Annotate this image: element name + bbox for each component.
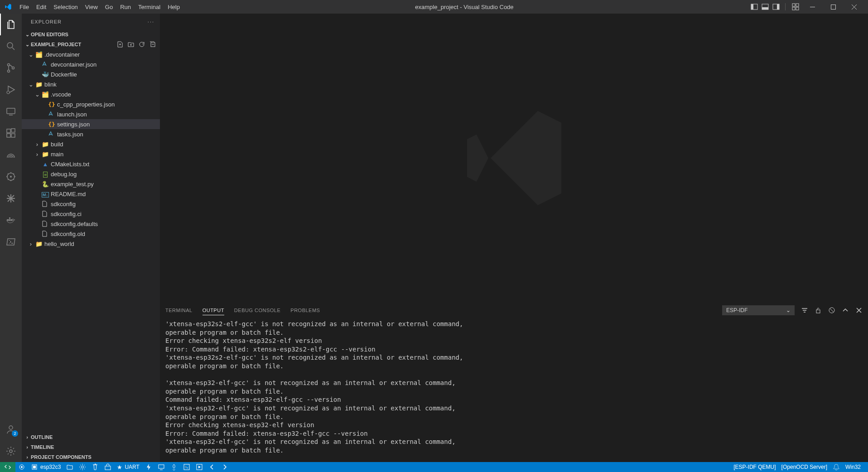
- menu-selection[interactable]: Selection: [50, 4, 81, 10]
- section-timeline[interactable]: ›TIMELINE: [22, 442, 160, 452]
- tree-item-build[interactable]: ›📁build: [22, 139, 160, 149]
- toggle-primary-sidebar-icon[interactable]: [751, 3, 758, 10]
- status-espressif-target[interactable]: [15, 462, 28, 472]
- activity-espressif-asterisk[interactable]: [0, 188, 22, 209]
- activity-explorer[interactable]: [0, 14, 22, 35]
- activity-docker[interactable]: [0, 209, 22, 231]
- tree-item--vscode[interactable]: ⌄🗂️.vscode: [22, 89, 160, 99]
- collapse-all-icon[interactable]: [149, 41, 156, 48]
- panel-maximize-icon[interactable]: [842, 307, 849, 314]
- twistie-icon: ⌄: [27, 81, 34, 88]
- status-clean-icon[interactable]: [89, 462, 101, 472]
- file-icon: [47, 111, 56, 118]
- file-tree[interactable]: ⌄🗂️.devcontainerdevcontainer.json🐳Docker…: [22, 49, 160, 432]
- menu-edit[interactable]: Edit: [33, 4, 50, 10]
- customize-layout-icon[interactable]: [789, 3, 802, 10]
- tree-item--devcontainer[interactable]: ⌄🗂️.devcontainer: [22, 49, 160, 59]
- status-espressif-project[interactable]: [63, 462, 76, 472]
- activity-run-debug[interactable]: [0, 79, 22, 101]
- status-flash-icon[interactable]: [142, 462, 155, 472]
- status-execute-icon[interactable]: [193, 462, 206, 472]
- activity-accounts[interactable]: 2: [0, 419, 22, 440]
- tree-item-label: launch.json: [56, 111, 87, 118]
- remote-indicator[interactable]: [0, 462, 15, 472]
- tree-item-settings-json[interactable]: {}settings.json: [22, 119, 160, 129]
- activity-espressif-idf[interactable]: [0, 166, 22, 188]
- tree-item-label: blink: [43, 81, 57, 88]
- tree-item-dockerfile[interactable]: 🐳Dockerfile: [22, 69, 160, 79]
- activity-espressif-rainmaker[interactable]: [0, 144, 22, 166]
- maximize-button[interactable]: [823, 0, 844, 14]
- status-qemu[interactable]: [ESP-IDF QEMU]: [731, 462, 778, 472]
- status-sdkconfig-icon[interactable]: [76, 462, 89, 472]
- tree-item-sdkconfig-old[interactable]: sdkconfig.old: [22, 229, 160, 239]
- toggle-secondary-sidebar-icon[interactable]: [772, 3, 780, 10]
- status-back-icon[interactable]: [206, 462, 218, 472]
- status-monitor-icon[interactable]: [155, 462, 168, 472]
- tree-item-tasks-json[interactable]: tasks.json: [22, 129, 160, 139]
- panel-tab-terminal[interactable]: TERMINAL: [165, 306, 193, 315]
- tree-item-sdkconfig-defaults[interactable]: sdkconfig.defaults: [22, 219, 160, 229]
- status-platform[interactable]: Win32: [843, 462, 863, 472]
- file-icon: [41, 200, 50, 207]
- menu-view[interactable]: View: [82, 4, 101, 10]
- tree-item-sdkconfig-ci[interactable]: sdkconfig.ci: [22, 209, 160, 219]
- menu-file[interactable]: File: [16, 4, 33, 10]
- activity-source-control[interactable]: [0, 57, 22, 79]
- menu-run[interactable]: Run: [116, 4, 135, 10]
- activity-remote-explorer[interactable]: [0, 101, 22, 122]
- output-filter-icon[interactable]: [801, 307, 808, 314]
- output-content[interactable]: 'xtensa-esp32s2-elf-gcc' is not recogniz…: [160, 318, 868, 462]
- status-flash-method[interactable]: ★UART: [114, 462, 142, 472]
- status-espressif-device[interactable]: esp32c3: [28, 462, 63, 472]
- toggle-panel-icon[interactable]: [762, 3, 769, 10]
- refresh-icon[interactable]: [138, 41, 145, 48]
- panel-tab-output[interactable]: OUTPUT: [203, 306, 224, 315]
- file-icon: {}: [47, 121, 56, 128]
- tree-item-devcontainer-json[interactable]: devcontainer.json: [22, 59, 160, 69]
- close-button[interactable]: [844, 0, 864, 14]
- section-open-editors[interactable]: ⌄OPEN EDITORS: [22, 29, 160, 39]
- status-forward-icon[interactable]: [218, 462, 231, 472]
- minimize-button[interactable]: [802, 0, 823, 14]
- activity-powershell[interactable]: [0, 231, 22, 253]
- tree-item-c-cpp-properties-json[interactable]: {}c_cpp_properties.json: [22, 99, 160, 109]
- tree-item-main[interactable]: ›📁main: [22, 149, 160, 159]
- tree-item-hello-world[interactable]: ›📁hello_world: [22, 239, 160, 249]
- tree-item-blink[interactable]: ⌄📁blink: [22, 79, 160, 89]
- section-project-components[interactable]: ›PROJECT COMPONENTS: [22, 452, 160, 462]
- status-build-flash-monitor-icon[interactable]: [168, 462, 180, 472]
- menu-terminal[interactable]: Terminal: [135, 4, 164, 10]
- menubar: File Edit Selection View Go Run Terminal…: [16, 4, 183, 10]
- panel-close-icon[interactable]: [855, 307, 863, 314]
- section-outline[interactable]: ›OUTLINE: [22, 432, 160, 442]
- menu-go[interactable]: Go: [101, 4, 116, 10]
- status-openocd[interactable]: [OpenOCD Server]: [779, 462, 830, 472]
- file-icon: {}: [47, 101, 56, 108]
- chevron-down-icon: ⌄: [786, 307, 791, 313]
- new-folder-icon[interactable]: [127, 41, 135, 48]
- output-lock-icon[interactable]: [815, 307, 822, 314]
- twistie-icon: ⌄: [27, 51, 34, 58]
- tree-item-cmakelists-txt[interactable]: ▲CMakeLists.txt: [22, 159, 160, 169]
- tree-item-sdkconfig[interactable]: sdkconfig: [22, 199, 160, 209]
- status-notifications-icon[interactable]: [830, 462, 843, 472]
- tree-item-example-test-py[interactable]: 🐍example_test.py: [22, 179, 160, 189]
- tree-item-debug-log[interactable]: ≡debug.log: [22, 169, 160, 179]
- status-build-icon[interactable]: [101, 462, 114, 472]
- panel-tab-problems[interactable]: PROBLEMS: [290, 306, 320, 315]
- menu-help[interactable]: Help: [164, 4, 183, 10]
- file-icon: [47, 130, 56, 138]
- activity-settings[interactable]: [0, 440, 22, 462]
- activity-search[interactable]: [0, 35, 22, 57]
- explorer-more-icon[interactable]: ···: [148, 19, 154, 24]
- tree-item-launch-json[interactable]: launch.json: [22, 109, 160, 119]
- new-file-icon[interactable]: [116, 41, 124, 48]
- panel-tab-debug-console[interactable]: DEBUG CONSOLE: [234, 306, 280, 315]
- section-project[interactable]: ⌄EXAMPLE_PROJECT: [22, 39, 160, 49]
- tree-item-readme-md[interactable]: M↓README.md: [22, 189, 160, 199]
- clear-output-icon[interactable]: [828, 307, 835, 314]
- output-channel-selector[interactable]: ESP-IDF⌄: [722, 305, 795, 315]
- status-terminal-icon[interactable]: [180, 462, 193, 472]
- activity-extensions[interactable]: [0, 122, 22, 144]
